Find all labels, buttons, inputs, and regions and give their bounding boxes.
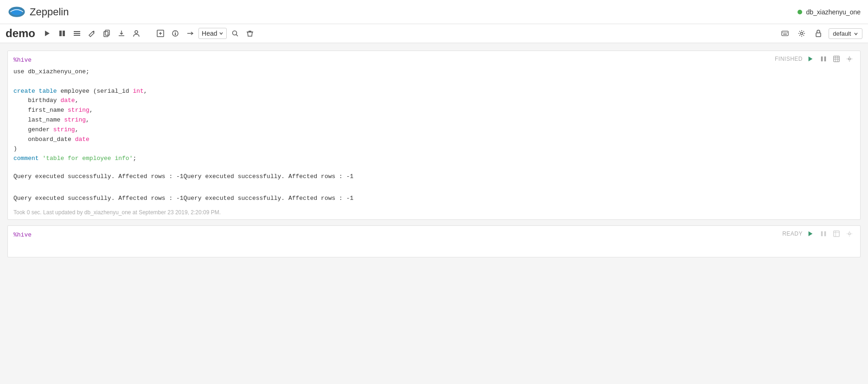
svg-rect-7 xyxy=(74,35,80,36)
search-icon xyxy=(231,30,239,37)
code-line-4: first_name string, xyxy=(13,106,855,115)
cell-1: %hive FINISHED xyxy=(7,51,861,220)
gear-icon xyxy=(798,30,805,37)
lock-icon xyxy=(815,30,822,37)
edit-button[interactable] xyxy=(85,28,98,39)
svg-point-10 xyxy=(135,31,138,33)
svg-rect-21 xyxy=(783,34,787,35)
svg-rect-16 xyxy=(782,31,788,36)
username-label: db_xiazhenyu_one xyxy=(806,8,861,16)
svg-rect-3 xyxy=(59,31,62,36)
permissions-button[interactable] xyxy=(130,28,143,39)
add-paragraph-button[interactable] xyxy=(154,28,167,39)
cell-1-table-button[interactable] xyxy=(831,55,842,63)
toolbar-right-controls: default xyxy=(779,28,862,39)
keyboard-shortcut-button[interactable] xyxy=(779,28,791,39)
revision-icon xyxy=(186,30,194,37)
svg-rect-26 xyxy=(824,57,826,62)
svg-point-39 xyxy=(849,233,850,235)
user-status-dot xyxy=(798,10,802,14)
cell-gear-icon xyxy=(846,56,853,62)
paragraph-list-button[interactable] xyxy=(70,28,83,39)
app-title: Zeppelin xyxy=(30,6,69,18)
cell-2-status: READY xyxy=(782,230,803,237)
edit-icon xyxy=(88,30,96,37)
cell-2-code[interactable] xyxy=(8,238,860,257)
code-line-1: use db_xiazhenyu_one; xyxy=(13,67,855,77)
stop-button[interactable] xyxy=(56,28,69,39)
svg-rect-4 xyxy=(63,31,65,36)
search-button[interactable] xyxy=(229,28,242,39)
settings-button[interactable] xyxy=(795,28,808,39)
chevron-down-icon xyxy=(219,31,223,36)
svg-rect-36 xyxy=(834,231,839,237)
output-line-1: Query executed successfully. Affected ro… xyxy=(13,171,855,182)
run-all-button[interactable] xyxy=(41,28,54,39)
cell2-run-icon xyxy=(807,230,814,237)
clone-button[interactable] xyxy=(100,28,113,39)
cell-table-icon xyxy=(833,56,840,62)
code-line-8: ) xyxy=(13,144,855,154)
download-icon xyxy=(118,30,125,37)
svg-marker-2 xyxy=(45,31,50,36)
svg-rect-18 xyxy=(784,32,785,33)
svg-rect-6 xyxy=(74,33,80,34)
code-line-blank xyxy=(13,77,855,87)
version-dropdown[interactable]: Head xyxy=(198,28,227,39)
add-paragraph-icon xyxy=(157,30,164,37)
code-line-7: onboard_date date xyxy=(13,135,855,145)
svg-rect-35 xyxy=(824,231,826,237)
svg-rect-14 xyxy=(175,33,176,35)
cell-1-status: FINISHED xyxy=(775,56,803,62)
download-button[interactable] xyxy=(115,28,128,39)
cell-1-header: %hive FINISHED xyxy=(8,51,860,64)
clone-icon xyxy=(103,30,110,37)
cell2-gear-icon xyxy=(846,230,853,237)
keyboard-icon xyxy=(781,30,789,37)
revision-button[interactable] xyxy=(184,28,197,39)
cell-1-settings-button[interactable] xyxy=(844,55,855,63)
cell-1-code[interactable]: use db_xiazhenyu_one; create table emplo… xyxy=(8,64,860,169)
cell-2-controls: READY xyxy=(782,230,855,238)
svg-point-32 xyxy=(849,58,850,60)
stop-icon xyxy=(58,30,66,37)
paragraph-list-icon xyxy=(73,30,81,37)
svg-rect-23 xyxy=(816,33,821,37)
svg-rect-9 xyxy=(104,32,108,37)
cell-2-stop-button[interactable] xyxy=(818,230,829,238)
delete-note-button[interactable] xyxy=(243,28,256,39)
note-info-button[interactable] xyxy=(169,28,182,39)
cell-1-footer: Took 0 sec. Last updated by db_xiazhenyu… xyxy=(8,207,860,219)
permissions-icon xyxy=(133,30,140,37)
binding-chevron-icon xyxy=(854,32,858,36)
output-line-blank xyxy=(13,182,855,192)
code-line-6: gender string, xyxy=(13,125,855,135)
cell-run-icon xyxy=(807,56,814,62)
cell-1-run-button[interactable] xyxy=(805,55,816,63)
notebook-toolbar: demo xyxy=(0,24,868,43)
svg-point-15 xyxy=(233,31,237,35)
svg-marker-24 xyxy=(809,57,813,62)
code-line-2: create table employee (serial_id int, xyxy=(13,87,855,96)
cell-2-run-button[interactable] xyxy=(805,230,816,238)
output-line-2: Query executed successfully. Affected ro… xyxy=(13,193,855,204)
cell2-stop-icon xyxy=(820,230,827,237)
code-line-3: birthday date, xyxy=(13,96,855,106)
svg-rect-20 xyxy=(787,32,788,33)
svg-rect-17 xyxy=(783,32,784,33)
cell-stop-icon xyxy=(820,56,827,62)
svg-marker-33 xyxy=(809,231,813,237)
topnav: Zeppelin db_xiazhenyu_one xyxy=(0,0,868,24)
lock-button[interactable] xyxy=(812,28,825,39)
note-title: demo xyxy=(6,27,35,40)
svg-rect-5 xyxy=(74,31,80,32)
interpreter-binding-button[interactable]: default xyxy=(829,28,862,39)
cell-2-table-button[interactable] xyxy=(831,230,842,238)
svg-rect-19 xyxy=(785,32,786,33)
version-label: Head xyxy=(202,30,217,37)
svg-rect-27 xyxy=(834,56,839,62)
cell-1-controls: FINISHED xyxy=(775,55,855,63)
code-line-5: last_name string, xyxy=(13,115,855,125)
cell-1-stop-button[interactable] xyxy=(818,55,829,63)
cell-2-settings-button[interactable] xyxy=(844,230,855,238)
